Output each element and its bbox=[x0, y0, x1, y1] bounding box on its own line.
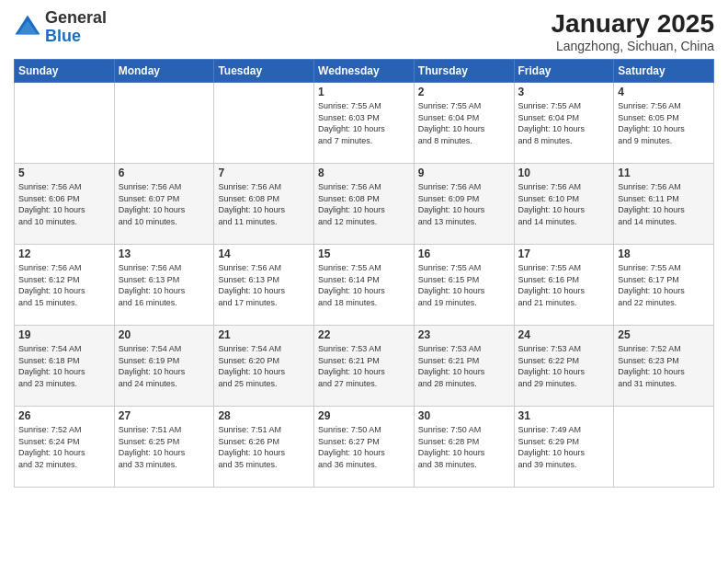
calendar-table: SundayMondayTuesdayWednesdayThursdayFrid… bbox=[14, 59, 714, 488]
day-number: 29 bbox=[318, 409, 410, 422]
day-info: Sunrise: 7:55 AM Sunset: 6:04 PM Dayligh… bbox=[418, 100, 510, 146]
day-info: Sunrise: 7:55 AM Sunset: 6:15 PM Dayligh… bbox=[418, 262, 510, 308]
day-info: Sunrise: 7:49 AM Sunset: 6:29 PM Dayligh… bbox=[518, 424, 610, 470]
day-cell: 21Sunrise: 7:54 AM Sunset: 6:20 PM Dayli… bbox=[214, 326, 314, 407]
day-info: Sunrise: 7:55 AM Sunset: 6:14 PM Dayligh… bbox=[318, 262, 410, 308]
day-number: 3 bbox=[518, 86, 610, 98]
day-cell: 20Sunrise: 7:54 AM Sunset: 6:19 PM Dayli… bbox=[114, 326, 214, 407]
day-info: Sunrise: 7:51 AM Sunset: 6:26 PM Dayligh… bbox=[218, 424, 310, 470]
day-number: 2 bbox=[418, 86, 510, 98]
weekday-header-wednesday: Wednesday bbox=[314, 60, 415, 83]
week-row-2: 5Sunrise: 7:56 AM Sunset: 6:06 PM Daylig… bbox=[15, 164, 714, 245]
day-cell: 24Sunrise: 7:53 AM Sunset: 6:22 PM Dayli… bbox=[514, 326, 614, 407]
day-info: Sunrise: 7:55 AM Sunset: 6:16 PM Dayligh… bbox=[518, 262, 610, 308]
day-number: 22 bbox=[318, 328, 410, 341]
day-cell: 29Sunrise: 7:50 AM Sunset: 6:27 PM Dayli… bbox=[314, 407, 415, 488]
logo-icon bbox=[14, 14, 41, 41]
day-number: 21 bbox=[218, 328, 310, 341]
day-cell: 2Sunrise: 7:55 AM Sunset: 6:04 PM Daylig… bbox=[414, 83, 514, 164]
day-number: 6 bbox=[119, 167, 210, 179]
day-info: Sunrise: 7:54 AM Sunset: 6:20 PM Dayligh… bbox=[218, 343, 310, 389]
day-cell: 12Sunrise: 7:56 AM Sunset: 6:12 PM Dayli… bbox=[15, 245, 115, 326]
day-cell: 28Sunrise: 7:51 AM Sunset: 6:26 PM Dayli… bbox=[214, 407, 314, 488]
day-number: 11 bbox=[618, 167, 710, 179]
logo-blue-text: Blue bbox=[45, 28, 107, 46]
day-cell: 9Sunrise: 7:56 AM Sunset: 6:09 PM Daylig… bbox=[414, 164, 514, 245]
day-cell: 19Sunrise: 7:54 AM Sunset: 6:18 PM Dayli… bbox=[15, 326, 115, 407]
day-info: Sunrise: 7:51 AM Sunset: 6:25 PM Dayligh… bbox=[119, 424, 210, 470]
day-number: 9 bbox=[418, 167, 510, 179]
day-number: 25 bbox=[618, 328, 710, 341]
day-cell: 26Sunrise: 7:52 AM Sunset: 6:24 PM Dayli… bbox=[15, 407, 115, 488]
day-number: 13 bbox=[119, 247, 210, 260]
day-cell bbox=[614, 407, 714, 488]
week-row-5: 26Sunrise: 7:52 AM Sunset: 6:24 PM Dayli… bbox=[15, 407, 714, 488]
day-cell: 11Sunrise: 7:56 AM Sunset: 6:11 PM Dayli… bbox=[614, 164, 714, 245]
day-cell: 6Sunrise: 7:56 AM Sunset: 6:07 PM Daylig… bbox=[114, 164, 214, 245]
day-number: 19 bbox=[18, 328, 110, 341]
day-cell: 16Sunrise: 7:55 AM Sunset: 6:15 PM Dayli… bbox=[414, 245, 514, 326]
day-number: 30 bbox=[418, 409, 510, 422]
day-cell: 13Sunrise: 7:56 AM Sunset: 6:13 PM Dayli… bbox=[114, 245, 214, 326]
calendar-subtitle: Langzhong, Sichuan, China bbox=[552, 39, 714, 53]
day-number: 1 bbox=[318, 86, 410, 98]
logo-text: General Blue bbox=[45, 9, 107, 46]
week-row-1: 1Sunrise: 7:55 AM Sunset: 6:03 PM Daylig… bbox=[15, 83, 714, 164]
weekday-header-friday: Friday bbox=[514, 60, 614, 83]
day-info: Sunrise: 7:53 AM Sunset: 6:21 PM Dayligh… bbox=[318, 343, 410, 389]
page: General Blue January 2025 Langzhong, Sic… bbox=[0, 0, 728, 563]
day-info: Sunrise: 7:56 AM Sunset: 6:05 PM Dayligh… bbox=[618, 100, 710, 146]
day-number: 26 bbox=[18, 409, 110, 422]
day-info: Sunrise: 7:52 AM Sunset: 6:23 PM Dayligh… bbox=[618, 343, 710, 389]
week-row-3: 12Sunrise: 7:56 AM Sunset: 6:12 PM Dayli… bbox=[15, 245, 714, 326]
day-number: 31 bbox=[518, 409, 610, 422]
day-cell: 25Sunrise: 7:52 AM Sunset: 6:23 PM Dayli… bbox=[614, 326, 714, 407]
title-block: January 2025 Langzhong, Sichuan, China bbox=[552, 9, 714, 53]
day-cell: 27Sunrise: 7:51 AM Sunset: 6:25 PM Dayli… bbox=[114, 407, 214, 488]
day-cell: 4Sunrise: 7:56 AM Sunset: 6:05 PM Daylig… bbox=[614, 83, 714, 164]
day-info: Sunrise: 7:54 AM Sunset: 6:19 PM Dayligh… bbox=[119, 343, 210, 389]
day-cell: 8Sunrise: 7:56 AM Sunset: 6:08 PM Daylig… bbox=[314, 164, 415, 245]
day-number: 4 bbox=[618, 86, 710, 98]
day-number: 28 bbox=[218, 409, 310, 422]
day-info: Sunrise: 7:50 AM Sunset: 6:28 PM Dayligh… bbox=[418, 424, 510, 470]
day-info: Sunrise: 7:50 AM Sunset: 6:27 PM Dayligh… bbox=[318, 424, 410, 470]
day-number: 18 bbox=[618, 247, 710, 260]
day-number: 24 bbox=[518, 328, 610, 341]
day-number: 27 bbox=[119, 409, 210, 422]
day-number: 5 bbox=[18, 167, 110, 179]
day-cell bbox=[114, 83, 214, 164]
day-number: 14 bbox=[218, 247, 310, 260]
weekday-header-row: SundayMondayTuesdayWednesdayThursdayFrid… bbox=[15, 60, 714, 83]
weekday-header-thursday: Thursday bbox=[414, 60, 514, 83]
day-info: Sunrise: 7:56 AM Sunset: 6:08 PM Dayligh… bbox=[218, 181, 310, 227]
day-info: Sunrise: 7:56 AM Sunset: 6:13 PM Dayligh… bbox=[218, 262, 310, 308]
day-cell: 15Sunrise: 7:55 AM Sunset: 6:14 PM Dayli… bbox=[314, 245, 415, 326]
day-cell: 22Sunrise: 7:53 AM Sunset: 6:21 PM Dayli… bbox=[314, 326, 415, 407]
day-number: 15 bbox=[318, 247, 410, 260]
day-cell: 17Sunrise: 7:55 AM Sunset: 6:16 PM Dayli… bbox=[514, 245, 614, 326]
day-cell: 30Sunrise: 7:50 AM Sunset: 6:28 PM Dayli… bbox=[414, 407, 514, 488]
logo: General Blue bbox=[14, 9, 107, 46]
day-info: Sunrise: 7:53 AM Sunset: 6:21 PM Dayligh… bbox=[418, 343, 510, 389]
day-number: 17 bbox=[518, 247, 610, 260]
day-info: Sunrise: 7:56 AM Sunset: 6:10 PM Dayligh… bbox=[518, 181, 610, 227]
day-cell bbox=[15, 83, 115, 164]
day-cell: 23Sunrise: 7:53 AM Sunset: 6:21 PM Dayli… bbox=[414, 326, 514, 407]
week-row-4: 19Sunrise: 7:54 AM Sunset: 6:18 PM Dayli… bbox=[15, 326, 714, 407]
day-number: 8 bbox=[318, 167, 410, 179]
day-info: Sunrise: 7:53 AM Sunset: 6:22 PM Dayligh… bbox=[518, 343, 610, 389]
day-cell: 31Sunrise: 7:49 AM Sunset: 6:29 PM Dayli… bbox=[514, 407, 614, 488]
day-number: 7 bbox=[218, 167, 310, 179]
calendar-title: January 2025 bbox=[552, 9, 714, 39]
day-number: 12 bbox=[18, 247, 110, 260]
day-cell: 10Sunrise: 7:56 AM Sunset: 6:10 PM Dayli… bbox=[514, 164, 614, 245]
day-info: Sunrise: 7:56 AM Sunset: 6:11 PM Dayligh… bbox=[618, 181, 710, 227]
day-info: Sunrise: 7:55 AM Sunset: 6:03 PM Dayligh… bbox=[318, 100, 410, 146]
day-info: Sunrise: 7:52 AM Sunset: 6:24 PM Dayligh… bbox=[18, 424, 110, 470]
day-info: Sunrise: 7:54 AM Sunset: 6:18 PM Dayligh… bbox=[18, 343, 110, 389]
day-cell bbox=[214, 83, 314, 164]
day-cell: 1Sunrise: 7:55 AM Sunset: 6:03 PM Daylig… bbox=[314, 83, 415, 164]
day-cell: 3Sunrise: 7:55 AM Sunset: 6:04 PM Daylig… bbox=[514, 83, 614, 164]
day-info: Sunrise: 7:56 AM Sunset: 6:07 PM Dayligh… bbox=[119, 181, 210, 227]
